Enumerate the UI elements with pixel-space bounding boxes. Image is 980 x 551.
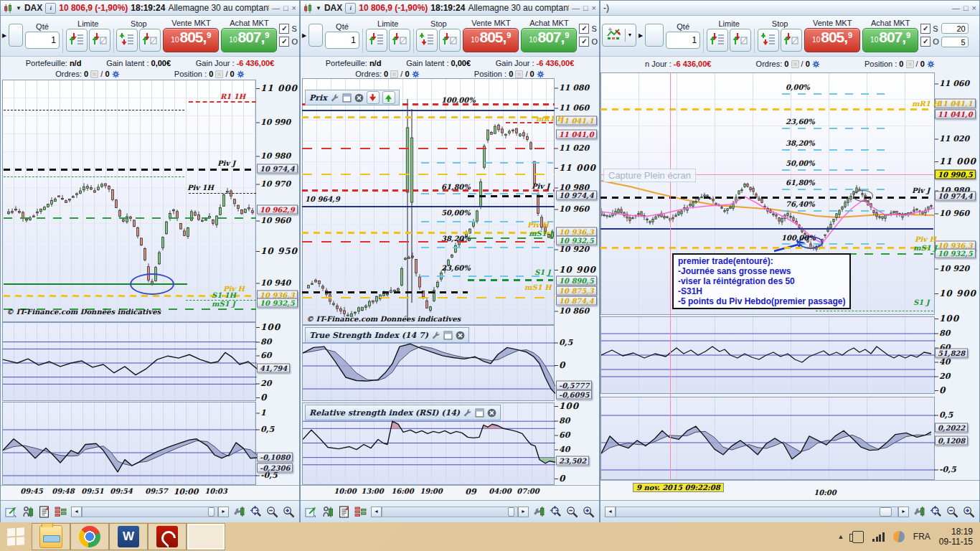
- axis-label: 10 860: [559, 306, 589, 316]
- scroll-thumb[interactable]: [880, 507, 892, 517]
- chart-settings-icon[interactable]: [913, 506, 925, 518]
- system-tray: ▲ FRA 18:1909-11-15: [837, 527, 980, 547]
- chart-settings-icon[interactable]: [533, 506, 545, 518]
- tsi-toolbar[interactable]: True Strength Index (14 7): [305, 327, 469, 343]
- level-line: [782, 189, 890, 190]
- taskbar-prorealtime[interactable]: [187, 523, 225, 550]
- news-icon[interactable]: [38, 506, 50, 518]
- zoom-pan-icon[interactable]: [930, 506, 942, 518]
- scroll-right-icon[interactable]: ►: [218, 507, 229, 517]
- close-icon[interactable]: [456, 331, 465, 340]
- level-line: [468, 237, 553, 239]
- chart-scrollbar[interactable]: ◄►: [371, 507, 529, 517]
- zoom-in-icon[interactable]: [283, 506, 295, 518]
- volume-mixer-icon[interactable]: [852, 531, 864, 543]
- zoom-out-icon[interactable]: [946, 506, 958, 518]
- scroll-thumb[interactable]: [508, 507, 515, 517]
- wrench-icon[interactable]: [431, 331, 440, 340]
- chart-bottom-toolbar: ◄►: [301, 500, 599, 522]
- price-tag: 10 936,3: [556, 227, 597, 237]
- axis-label: 10 990: [260, 118, 291, 127]
- zoom-in-icon[interactable]: [963, 506, 975, 518]
- window-icon[interactable]: [475, 408, 484, 418]
- level-line: [421, 162, 553, 164]
- chart-area[interactable]: 11 00010 99010 98010 97010 96010 95010 9…: [1, 1, 299, 522]
- link-icon[interactable]: [321, 506, 334, 518]
- axis-label: 11 000: [559, 163, 596, 173]
- window-icon[interactable]: [342, 93, 352, 103]
- chart-area[interactable]: Capture Plein écran premier trade(entour…: [600, 1, 979, 522]
- level-line: [302, 110, 555, 111]
- chart-area[interactable]: Prix True Strength Index (14 7) Relative…: [301, 1, 599, 522]
- scroll-left-icon[interactable]: ◄: [71, 507, 82, 517]
- chart-scrollbar[interactable]: ◄►: [71, 507, 229, 517]
- scroll-left-icon[interactable]: ◄: [605, 507, 616, 517]
- axis-label: 0: [559, 474, 565, 484]
- axis-label: 60: [939, 343, 950, 352]
- price-tag: 10 875,3: [556, 286, 597, 296]
- axis-label: 10 900: [559, 265, 596, 275]
- rsi-toolbar[interactable]: Relative strength index (RSI) (14): [305, 405, 501, 420]
- wrench-icon[interactable]: [463, 408, 472, 418]
- price-tag: 10 932,5: [935, 249, 976, 258]
- window-dax-3: -) —□× ▼ ▶ Qté Limite Stop Vente MKT 108…: [600, 0, 980, 522]
- axis-label: 10 970: [260, 179, 291, 189]
- annotation-ellipse: [798, 236, 823, 249]
- scroll-right-icon[interactable]: ►: [518, 507, 529, 517]
- zoom-pan-icon[interactable]: [250, 506, 262, 518]
- taskbar-explorer[interactable]: [32, 523, 70, 550]
- sell-arrow-button[interactable]: [367, 91, 380, 104]
- tray-app-icon[interactable]: [893, 531, 905, 542]
- language-indicator[interactable]: FRA: [913, 532, 930, 542]
- close-icon[interactable]: [487, 408, 496, 418]
- orderbook-icon[interactable]: [55, 506, 67, 518]
- scroll-right-icon[interactable]: ►: [898, 507, 909, 517]
- chart-settings-icon[interactable]: [233, 506, 245, 518]
- close-icon[interactable]: [354, 93, 364, 103]
- rsi-title: Relative strength index (RSI) (14): [309, 408, 460, 418]
- level-line: [782, 93, 890, 95]
- start-button[interactable]: [0, 522, 32, 551]
- buy-arrow-button[interactable]: [382, 91, 395, 104]
- link-icon[interactable]: [22, 506, 34, 518]
- trade-note-line: -viser la réintégration des 50: [678, 276, 845, 286]
- zoom-out-icon[interactable]: [566, 506, 578, 518]
- level-line: [186, 300, 256, 301]
- zoom-in-icon[interactable]: [583, 506, 595, 518]
- network-signal-icon[interactable]: [872, 532, 885, 542]
- level-line: [302, 291, 468, 293]
- window-icon[interactable]: [443, 331, 453, 340]
- taskbar-word[interactable]: [109, 523, 148, 550]
- capture-tooltip: Capture Plein écran: [603, 169, 696, 182]
- annotation-ellipse: [853, 190, 873, 202]
- windows-logo-icon: [7, 527, 24, 546]
- axis-label: 0: [260, 392, 267, 402]
- axis-label: 0: [559, 360, 565, 370]
- clock[interactable]: 18:1909-11-15: [939, 527, 973, 547]
- price-tag: 0,2022: [935, 423, 968, 433]
- news-icon[interactable]: [338, 506, 350, 518]
- taskbar-acrobat[interactable]: [148, 523, 187, 550]
- axis-label: 0: [939, 385, 946, 395]
- trade-note-line: -Journée sans grosse news: [678, 266, 845, 276]
- prix-toolbar[interactable]: Prix: [305, 90, 400, 105]
- level-line: [189, 193, 256, 194]
- orderbook-icon[interactable]: [354, 506, 367, 518]
- level-line: [468, 279, 553, 281]
- zoom-pan-icon[interactable]: [550, 506, 562, 518]
- axis-label: 11 020: [939, 134, 969, 143]
- wrench-icon[interactable]: [330, 93, 339, 103]
- acrobat-icon: [156, 526, 178, 547]
- level-line: [421, 247, 553, 248]
- capture-icon[interactable]: [5, 506, 17, 518]
- chart-scrollbar[interactable]: ◄►: [605, 507, 909, 517]
- chart-bottom-toolbar: ◄►: [600, 500, 979, 522]
- capture-icon[interactable]: [305, 506, 317, 518]
- tray-expand-icon[interactable]: ▲: [837, 533, 844, 540]
- zoom-out-icon[interactable]: [266, 506, 278, 518]
- taskbar-chrome[interactable]: [70, 523, 109, 550]
- scroll-left-icon[interactable]: ◄: [371, 507, 382, 517]
- chart-bottom-toolbar: ◄►: [1, 500, 299, 522]
- scroll-thumb[interactable]: [208, 507, 215, 517]
- axis-label: 10 980: [260, 151, 291, 161]
